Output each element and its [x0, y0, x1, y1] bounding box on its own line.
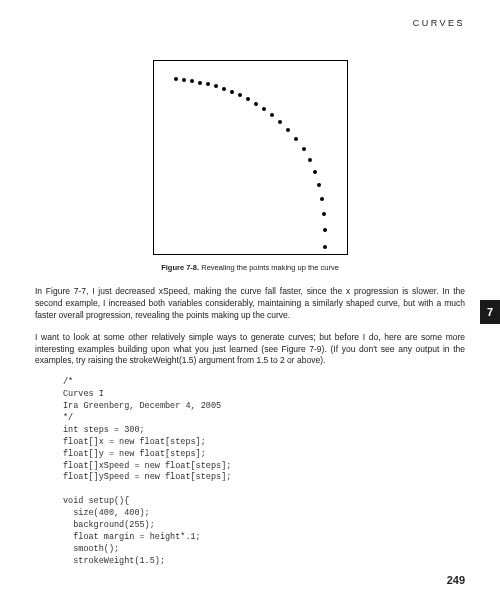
curve-point: [313, 170, 317, 174]
paragraph-1: In Figure 7-7, I just decreased xSpeed, …: [35, 286, 465, 322]
curve-point: [198, 81, 202, 85]
curve-point: [323, 228, 327, 232]
paragraph-2: I want to look at some other relatively …: [35, 332, 465, 368]
curve-point: [230, 90, 234, 94]
code-block: /* Curves I Ira Greenberg, December 4, 2…: [63, 377, 465, 567]
figure-label: Figure 7-8.: [161, 263, 199, 272]
curve-point: [222, 87, 226, 91]
curve-point: [246, 97, 250, 101]
curve-point: [323, 245, 327, 249]
curve-point: [294, 137, 298, 141]
figure-caption-text: Revealing the points making up the curve: [201, 263, 339, 272]
section-header: CURVES: [413, 18, 465, 28]
curve-point: [286, 128, 290, 132]
curve-point: [322, 212, 326, 216]
curve-point: [270, 113, 274, 117]
curve-point: [190, 79, 194, 83]
curve-point: [317, 183, 321, 187]
figure-caption: Figure 7-8. Revealing the points making …: [35, 263, 465, 272]
curve-point: [174, 77, 178, 81]
curve-point: [254, 102, 258, 106]
curve-point: [308, 158, 312, 162]
figure-container: [35, 60, 465, 255]
curve-point: [320, 197, 324, 201]
page-number: 249: [447, 574, 465, 586]
chapter-tab: 7: [480, 300, 500, 324]
figure-curve-plot: [153, 60, 348, 255]
curve-point: [206, 82, 210, 86]
curve-point: [182, 78, 186, 82]
curve-point: [214, 84, 218, 88]
curve-point: [262, 107, 266, 111]
curve-point: [302, 147, 306, 151]
curve-point: [278, 120, 282, 124]
curve-point: [238, 93, 242, 97]
